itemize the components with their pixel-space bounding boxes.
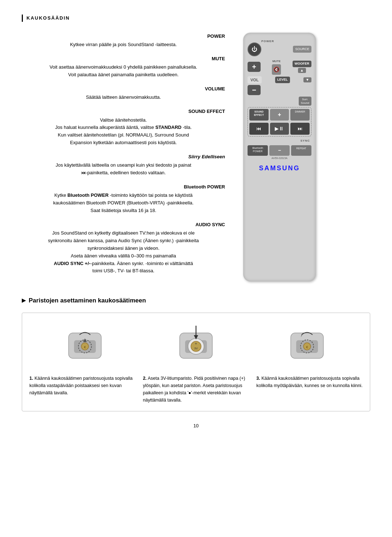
step-2-text: Aseta 3V-litiumparisto. Pidä positiivine… xyxy=(143,376,245,403)
battery-images-row: € + 3V xyxy=(29,320,363,367)
bluetooth-block: Bluetooth POWER Kytke Bluetooth POWER -t… xyxy=(22,183,225,215)
mute-remote-label: MUTE xyxy=(272,59,281,64)
mute-button[interactable]: 🔇 xyxy=(272,64,281,75)
sound-effect-desc3: Kun valitset äänitehostetilan (pl. NORMA… xyxy=(22,131,225,139)
battery-step-1: 1. Käännä kaukosäätimen paristosuojusta … xyxy=(29,375,136,404)
repeat-button[interactable]: REPEAT xyxy=(291,145,311,156)
bluetooth-desc2: kaukosäätimen Bluetooth POWER (Bluetooth… xyxy=(22,199,225,207)
volume-label: VOLUME xyxy=(22,85,225,93)
battery-svg-2: + 3V xyxy=(162,322,230,366)
mute-desc2: Voit palauttaa äänet painamalla painiket… xyxy=(22,71,225,79)
siirry-block: Siirry Edelliseen Jos käytettävällä lait… xyxy=(22,153,225,177)
volume-block: VOLUME Säätää laitteen äänenvoimakkuutta… xyxy=(22,85,225,101)
svg-text:€: € xyxy=(84,345,86,349)
siirry-desc2: ⏮-painiketta, edellinen tiedosto valitaa… xyxy=(22,169,225,177)
surr-sound-button[interactable]: Surr. Sound xyxy=(299,97,311,106)
power-desc: Kytkee virran päälle ja pois SoundStand … xyxy=(22,41,225,49)
sound-effect-button[interactable]: SOUND EFFECT xyxy=(249,109,269,121)
dimmer-button[interactable]: DIMMER xyxy=(290,109,310,121)
audio-sync-desc3: synkronoidaksesi äänen ja videon. xyxy=(22,245,225,252)
mute-desc1: Voit asettaa äänenvoimakkuudeksi 0 yhdel… xyxy=(22,64,225,71)
vol-plus-button[interactable]: + xyxy=(248,62,261,72)
power-remote-label: POWER xyxy=(261,39,274,44)
samsung-logo: SAMSUNG xyxy=(248,163,311,173)
sound-effect-desc2: Jos haluat kuunnella alkuperäistä ääntä,… xyxy=(22,124,225,131)
remote-section: POWER ⏻ SOURCE + MUTE 🔇 WOOFER xyxy=(236,33,323,282)
repeat-label: REPEAT xyxy=(292,147,310,151)
text-section: POWER Kytkee virran päälle ja pois Sound… xyxy=(22,33,225,282)
page-title: KAUKOSÄÄDIN xyxy=(22,15,370,22)
bluetooth-desc3: Saat lisätietoja sivuilta 16 ja 18. xyxy=(22,207,225,215)
sound-effect-remote-label: SOUND xyxy=(250,110,268,113)
battery-heading-text: Paristojen asettaminen kaukosäätimeen xyxy=(29,296,146,305)
play-pause-button[interactable]: ▶⏸ xyxy=(270,123,289,135)
audio-sync-desc4: Aseta äänen viiveaika välillä 0–300 ms p… xyxy=(22,252,225,260)
battery-box: € + 3V xyxy=(22,313,370,411)
remote-control: POWER ⏻ SOURCE + MUTE 🔇 WOOFER xyxy=(243,33,316,282)
bluetooth-label: Bluetooth POWER xyxy=(22,183,225,191)
sound-label: Sound xyxy=(301,101,309,105)
audio-sync-desc2: synkronoitu äänen kanssa, paina Audio Sy… xyxy=(22,237,225,245)
sound-effect-desc1: Valitse äänitehostetila. xyxy=(22,117,225,124)
step-1-text: Käännä kaukosäätimen paristosuojusta sop… xyxy=(29,376,132,395)
siirry-desc1: Jos käytettävällä laitteella on useampi … xyxy=(22,162,225,169)
audio-sync-desc5: AUDIO SYNC +/--painikkeita. Äänen synkr.… xyxy=(22,260,225,268)
power-label: POWER xyxy=(22,33,225,40)
source-button[interactable]: SOURCE xyxy=(293,46,311,53)
sound-effect-label: SOUND EFFECT xyxy=(22,108,225,115)
audio-sync-block: AUDIO SYNC Jos SoundStand on kytketty di… xyxy=(22,221,225,275)
svg-text:3V: 3V xyxy=(194,347,198,350)
battery-svg-3: € xyxy=(273,322,342,366)
bottom-row: Bluetooth POWER − REPEAT xyxy=(248,145,311,156)
siirry-label: Siirry Edelliseen xyxy=(22,153,225,160)
woofer-up-button[interactable]: ▲ xyxy=(298,68,306,73)
mute-label: MUTE xyxy=(22,55,225,62)
audio-sync-desc6: toimi USB-, TV- tai BT-tilassa. xyxy=(22,267,225,275)
sound-effect-block: SOUND EFFECT Valitse äänitehostetila. Jo… xyxy=(22,108,225,147)
remote-top-row: POWER ⏻ SOURCE xyxy=(248,38,311,56)
battery-svg-1: € xyxy=(50,322,119,366)
vol-label-badge: VOL xyxy=(248,76,262,84)
audio-sync-desc1: Jos SoundStand on kytketty digitaaliseen… xyxy=(22,229,225,237)
step-1-number: 1. xyxy=(29,376,33,381)
page-number: 10 xyxy=(22,422,370,430)
bluetooth-power-button[interactable]: Bluetooth POWER xyxy=(248,145,268,156)
step-3-number: 3. xyxy=(256,376,260,381)
next-button[interactable]: ⏭ xyxy=(290,123,310,135)
prev-button[interactable]: ⏮ xyxy=(249,123,269,135)
level-label: LEVEL xyxy=(275,77,290,83)
woofer-down-button[interactable]: ▼ xyxy=(303,77,311,82)
sound-sync-dotted-box: SOUND EFFECT + DIMMER ⏮ ▶⏸ ⏭ xyxy=(248,107,311,137)
battery-section-heading: Paristojen asettaminen kaukosäätimeen xyxy=(22,296,370,305)
svg-text:€: € xyxy=(306,345,308,349)
surr-label: Surr. xyxy=(301,98,309,101)
dimmer-remote-label: DIMMER xyxy=(291,110,309,113)
sync-minus-button[interactable]: − xyxy=(269,145,290,156)
bluetooth-desc1: Kytke Bluetooth POWER -toiminto käyttöön… xyxy=(22,192,225,199)
vol-minus-button[interactable]: − xyxy=(248,85,261,95)
volume-desc: Säätää laitteen äänenvoimakkuutta. xyxy=(22,94,225,101)
transport-row: ⏮ ▶⏸ ⏭ xyxy=(249,123,310,135)
sync-plus-button[interactable]: + xyxy=(270,109,289,121)
mute-block: MUTE Voit asettaa äänenvoimakkuudeksi 0 … xyxy=(22,55,225,79)
battery-img-1: € xyxy=(49,320,121,367)
power-button[interactable]: ⏻ xyxy=(248,42,261,56)
sound-effect-desc4: Expansion kytketään automaattisesti pois… xyxy=(22,139,225,147)
battery-instructions: 1. Käännä kaukosäätimen paristosuojusta … xyxy=(29,375,363,404)
audio-sync-label: AUDIO SYNC xyxy=(22,221,225,228)
model-number: AH59-02615A xyxy=(248,156,311,160)
battery-step-3: 3. Käännä kaukosäätimen paristosuojusta … xyxy=(256,375,363,404)
surr-sound-area: Surr. Sound xyxy=(248,97,311,106)
sound-row: SOUND EFFECT + DIMMER xyxy=(249,109,310,121)
battery-img-2: + 3V xyxy=(160,320,232,367)
power-block: POWER Kytkee virran päälle ja pois Sound… xyxy=(22,33,225,49)
woofer-label: WOOFER xyxy=(293,61,312,67)
step-3-text: Käännä kaukosäätimen paristosuojusta sop… xyxy=(256,376,363,388)
sound-effect-remote-label2: EFFECT xyxy=(250,114,268,117)
sync-label-display: SYNC xyxy=(248,139,311,143)
svg-text:+: + xyxy=(195,342,197,346)
step-2-number: 2. xyxy=(143,376,147,381)
battery-img-3: € xyxy=(271,320,343,367)
battery-step-2: 2. Aseta 3V-litiumparisto. Pidä positiiv… xyxy=(143,375,249,404)
